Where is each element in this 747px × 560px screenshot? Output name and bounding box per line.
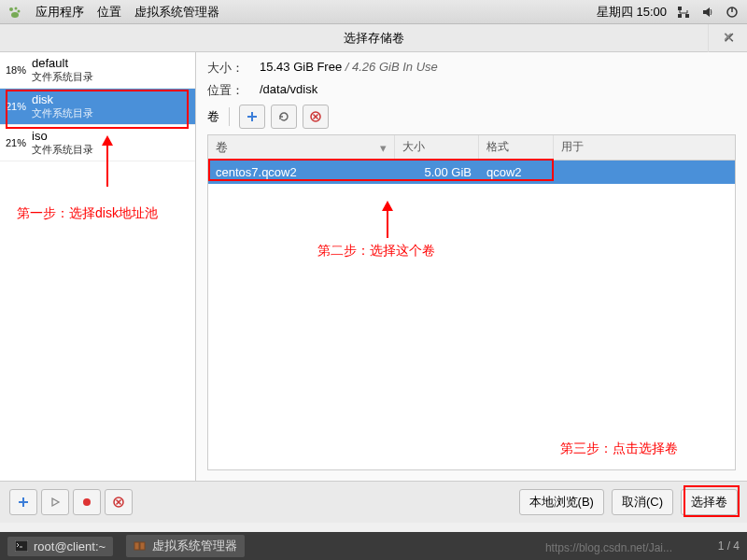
location-label: 位置： — [207, 82, 260, 99]
task-vmm[interactable]: 虚拟系统管理器 — [126, 535, 245, 557]
volume-table: 卷▾ 大小 格式 用于 centos7.qcow2 5.00 GiB qcow2 — [207, 134, 736, 470]
cell-used — [554, 161, 735, 184]
delete-volume-button[interactable] — [303, 105, 329, 129]
pool-disk[interactable]: 21% disk 文件系统目录 — [0, 89, 195, 125]
svg-rect-6 — [678, 14, 682, 18]
pool-name: disk — [32, 92, 190, 106]
cell-name: centos7.qcow2 — [208, 161, 395, 184]
svg-point-2 — [18, 9, 21, 12]
stop-pool-button[interactable] — [73, 489, 101, 515]
pool-iso[interactable]: 21% iso 文件系统目录 — [0, 125, 195, 161]
pool-type: 文件系统目录 — [32, 143, 190, 157]
col-volume[interactable]: 卷▾ — [208, 135, 395, 160]
network-icon[interactable] — [676, 5, 691, 20]
cell-format: qcow2 — [479, 161, 554, 184]
menu-places[interactable]: 位置 — [97, 4, 121, 21]
delete-pool-button[interactable] — [105, 489, 133, 515]
workspace-pager[interactable]: 1 / 4 — [718, 539, 740, 553]
vmm-icon — [134, 540, 147, 552]
sort-icon: ▾ — [380, 141, 387, 155]
dialog-body: 18% default 文件系统目录 21% disk 文件系统目录 21% i… — [0, 52, 747, 482]
menu-applications[interactable]: 应用程序 — [35, 4, 84, 21]
pool-percent: 21% — [6, 101, 32, 112]
refresh-button[interactable] — [271, 105, 297, 129]
size-label: 大小： — [207, 60, 260, 77]
pool-type: 文件系统目录 — [32, 70, 190, 84]
svg-point-1 — [15, 7, 18, 9]
svg-point-10 — [83, 498, 91, 506]
task-label: 虚拟系统管理器 — [152, 538, 237, 554]
col-used[interactable]: 用于 — [554, 135, 735, 160]
task-terminal[interactable]: root@client:~ — [7, 537, 113, 556]
col-format[interactable]: 格式 — [479, 135, 554, 160]
desktop-topbar: 应用程序 位置 虚拟系统管理器 星期四 15:00 — [0, 0, 747, 24]
table-row[interactable]: centos7.qcow2 5.00 GiB qcow2 — [208, 161, 735, 184]
choose-volume-button[interactable]: 选择卷 — [681, 489, 738, 515]
dialog-title: 选择存储卷 — [344, 30, 404, 47]
svg-rect-12 — [15, 540, 28, 552]
volume-panel: 大小： 15.43 GiB Free / 4.26 GiB In Use 位置：… — [196, 52, 747, 481]
task-label: root@client:~ — [34, 539, 106, 553]
svg-rect-13 — [134, 542, 139, 550]
menu-vmm[interactable]: 虚拟系统管理器 — [134, 4, 219, 21]
clock[interactable]: 星期四 15:00 — [597, 4, 667, 21]
gnome-foot-icon — [7, 5, 22, 20]
pool-sidebar: 18% default 文件系统目录 21% disk 文件系统目录 21% i… — [0, 52, 196, 481]
pool-name: default — [32, 56, 190, 70]
volume-label: 卷 — [207, 108, 219, 125]
volume-toolbar: 卷 — [207, 105, 736, 129]
svg-rect-14 — [140, 542, 145, 550]
svg-rect-5 — [685, 14, 689, 18]
size-value: 15.43 GiB Free / 4.26 GiB In Use — [260, 60, 438, 77]
pool-name: iso — [32, 129, 190, 143]
dialog-actionbar: 本地浏览(B) 取消(C) 选择卷 — [0, 482, 747, 523]
add-volume-button[interactable] — [239, 105, 265, 129]
browse-local-button[interactable]: 本地浏览(B) — [519, 489, 604, 515]
volume-icon[interactable] — [700, 5, 715, 20]
tab-close-icon[interactable]: ✕ — [708, 24, 747, 52]
svg-point-3 — [11, 12, 19, 18]
location-value: /data/vdisk — [260, 82, 317, 99]
cell-size: 5.00 GiB — [395, 161, 479, 184]
start-pool-button[interactable] — [41, 489, 69, 515]
svg-rect-4 — [678, 7, 682, 10]
pool-type: 文件系统目录 — [32, 106, 190, 120]
add-pool-button[interactable] — [9, 489, 37, 515]
watermark: https://blog.csdn.net/Jai... — [545, 541, 672, 554]
svg-point-0 — [9, 7, 13, 11]
col-size[interactable]: 大小 — [395, 135, 479, 160]
table-header: 卷▾ 大小 格式 用于 — [208, 135, 735, 161]
dialog-titlebar: 选择存储卷 ✕ — [0, 24, 747, 52]
pool-default[interactable]: 18% default 文件系统目录 — [0, 52, 195, 89]
power-icon[interactable] — [725, 5, 740, 20]
terminal-icon — [15, 540, 28, 552]
cancel-button[interactable]: 取消(C) — [612, 489, 673, 515]
pool-percent: 18% — [6, 64, 32, 76]
pool-percent: 21% — [6, 137, 32, 148]
